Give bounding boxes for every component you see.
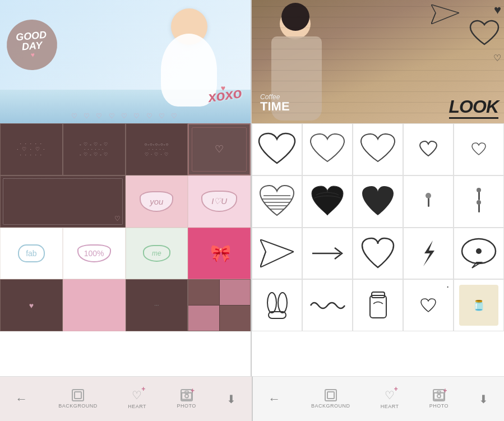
- photo-label: PHOTO: [177, 403, 196, 409]
- misc-sticker-cell: 🫙: [459, 285, 498, 326]
- sticker-cell[interactable]: [403, 228, 454, 280]
- svg-point-15: [185, 395, 188, 398]
- sticker-cell[interactable]: •: [403, 279, 454, 331]
- sticker-cell[interactable]: [353, 123, 403, 175]
- sticker-cell[interactable]: [252, 175, 302, 228]
- pin-head3: [477, 200, 481, 205]
- svg-point-8: [476, 248, 482, 254]
- sticker-cell[interactable]: - ♡ - ♡ - ♡· · · · · ·- ♡ - ♡ - ♡: [63, 123, 126, 175]
- sticker-cell[interactable]: [454, 175, 504, 228]
- right-photo-plus: +: [443, 387, 447, 395]
- sticker-cell[interactable]: [353, 175, 403, 228]
- sticker-cell[interactable]: 100%: [63, 228, 126, 280]
- right-background-label: BACKGROUND: [311, 403, 350, 409]
- sticker-cell[interactable]: [302, 228, 353, 280]
- sticker-cell[interactable]: [454, 228, 504, 280]
- heart-scribble: [309, 185, 346, 218]
- heart-accent-small: ♥: [221, 84, 225, 92]
- sticker-cell[interactable]: I♡U: [188, 175, 251, 228]
- back-arrow-right: ←: [268, 392, 281, 406]
- sticker-cell[interactable]: [302, 123, 353, 175]
- sticker-cell[interactable]: [302, 175, 353, 228]
- heart-label: HEART: [128, 404, 146, 409]
- look-overlay: LOOK: [449, 96, 498, 119]
- right-heart-plus: +: [394, 385, 399, 393]
- app-wrapper: GOOD DAY ♥ xoxo ♥ ♡ ♡ ♡ ♡ ♡ ♡ ♡ ♡ ♡: [0, 0, 504, 421]
- sticker-cell-wide[interactable]: ♡: [0, 175, 126, 228]
- heart-outline-medium2: [358, 132, 397, 166]
- paper-plane-svg: [431, 4, 459, 24]
- right-background-button[interactable]: BACKGROUND: [311, 389, 350, 409]
- left-download-button[interactable]: ⬇: [226, 392, 237, 406]
- right-heart-button[interactable]: ♡ + HEART: [381, 388, 399, 409]
- sticker-cell[interactable]: ○-○-○-○-○· · · · ·♡ · ♡ · ♡: [126, 123, 188, 175]
- right-photo-button[interactable]: + PHOTO: [429, 389, 448, 409]
- sticker-cell[interactable]: [403, 123, 454, 175]
- sticker-cell-selected[interactable]: ♡: [188, 123, 251, 175]
- bg-square: [74, 391, 82, 399]
- left-back-button[interactable]: ←: [15, 392, 28, 406]
- photo-icon-sq: +: [181, 389, 193, 401]
- right-download-button[interactable]: ⬇: [479, 392, 489, 406]
- pin-head1: [426, 193, 431, 198]
- checker-cell: [188, 306, 219, 331]
- sticker-cell[interactable]: you: [126, 175, 188, 228]
- right-photo-container: +: [433, 389, 445, 401]
- sticker-cell[interactable]: [252, 123, 302, 175]
- sticker-cell[interactable]: [252, 228, 302, 280]
- hearts-border: ♡ ♡ ♡ ♡ ♡ ♡ ♡ ♡ ♡: [0, 112, 251, 120]
- heart-outline-tiny: [471, 142, 487, 156]
- paper-plane-sticker: [260, 239, 294, 267]
- jar-sticker: [366, 290, 391, 321]
- sticker-cell[interactable]: 🫙: [454, 279, 504, 331]
- sticker-cell[interactable]: [403, 175, 454, 228]
- svg-rect-12: [370, 295, 386, 318]
- back-arrow-left: ←: [15, 392, 28, 406]
- selection-border: [192, 127, 247, 172]
- sticker-cell[interactable]: [63, 279, 126, 331]
- left-photo-button[interactable]: + PHOTO: [177, 389, 196, 409]
- pin-icons2: [478, 190, 480, 212]
- sticker-cell[interactable]: [353, 279, 403, 331]
- right-photo-svg: [434, 388, 444, 402]
- right-sticker-area: • 🫙: [252, 123, 504, 376]
- sticker-cell[interactable]: · · · · ·· ♡ · ♡ ·· · · · ·: [0, 123, 63, 175]
- bottom-navs-row: ← BACKGROUND ♡ + HEART: [0, 376, 504, 421]
- sticker-cell[interactable]: [353, 228, 403, 280]
- heart-small-sticker: ♥: [29, 301, 34, 310]
- small-heart-svg: [420, 298, 437, 313]
- time-label: TIME: [260, 101, 290, 112]
- left-heart-button[interactable]: ♡ + HEART: [128, 388, 146, 409]
- left-background-button[interactable]: BACKGROUND: [58, 389, 98, 409]
- heart-hatched: [258, 184, 296, 218]
- heart-solid: [360, 185, 396, 218]
- sticker-cell[interactable]: ···: [126, 279, 188, 331]
- iou-sticker: I♡U: [201, 191, 237, 212]
- checker-pattern: [188, 280, 250, 331]
- corner-heart: ♡: [114, 215, 121, 223]
- left-photo-area: GOOD DAY ♥ xoxo ♥ ♡ ♡ ♡ ♡ ♡ ♡ ♡ ♡ ♡: [0, 0, 251, 123]
- background-label: BACKGROUND: [58, 403, 98, 409]
- photo-nav-container: +: [181, 389, 193, 401]
- pin2: [478, 190, 480, 200]
- sticker-cell[interactable]: 🎀: [188, 228, 251, 280]
- right-back-button[interactable]: ←: [268, 392, 281, 406]
- heart-dot-sticker: •: [404, 280, 453, 331]
- doodle-hearts-area: ♥ ♡: [468, 3, 501, 63]
- sticker-cell[interactable]: [454, 123, 504, 175]
- sticker-cell[interactable]: fab: [0, 228, 63, 280]
- sticker-cell[interactable]: me: [126, 228, 188, 280]
- tiny-dot: •: [447, 284, 448, 289]
- svg-marker-5: [423, 240, 434, 266]
- checker-cell: [220, 280, 250, 305]
- sticker-cell[interactable]: [302, 279, 353, 331]
- sticker-cell[interactable]: [188, 279, 251, 331]
- right-heart-label: HEART: [381, 404, 399, 409]
- heart-outline-small1: [419, 141, 438, 158]
- chain-pattern: ○-○-○-○-○· · · · ·♡ · ♡ · ♡: [144, 142, 169, 157]
- right-sticker-grid: • 🫙: [252, 123, 504, 331]
- sticker-cell[interactable]: ♥: [0, 279, 63, 331]
- doodle-heart-2: [468, 19, 501, 51]
- svg-point-18: [437, 395, 441, 398]
- sticker-cell[interactable]: [252, 279, 302, 331]
